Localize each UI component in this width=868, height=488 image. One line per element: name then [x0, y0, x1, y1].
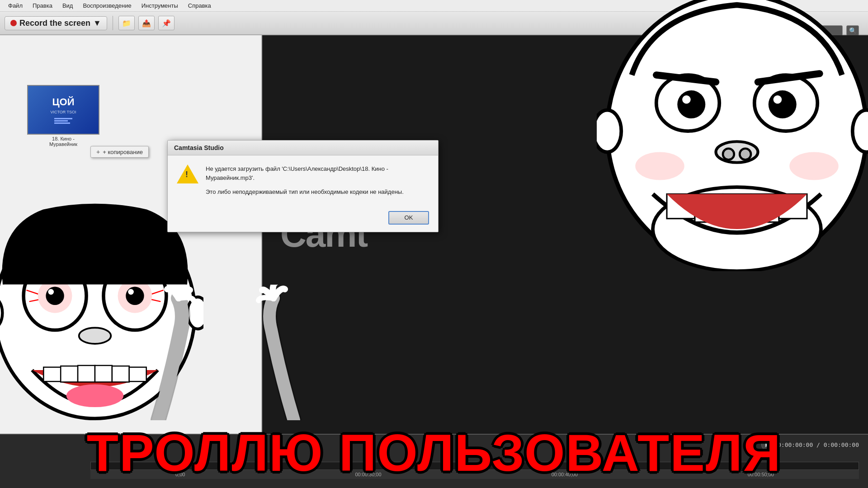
warning-exclamation: !	[185, 170, 188, 179]
big-text-label: ТРОЛЛЮ ПОЛЬЗОВАТЕЛЯ	[87, 424, 782, 482]
dialog-body: ! Не удается загрузить файл 'C:\Users\Ал…	[168, 155, 438, 206]
dialog-message2: Это либо неподдерживаемый тип или необхо…	[206, 188, 429, 197]
warning-icon: !	[177, 164, 198, 186]
big-text-area: ТРОЛЛЮ ПОЛЬЗОВАТЕЛЯ	[0, 427, 868, 479]
dialog-box: Camtasia Studio ! Не удается загрузить ф…	[167, 140, 439, 232]
dialog-text: Не удается загрузить файл 'C:\Users\Алек…	[206, 164, 429, 202]
dialog-message1: Не удается загрузить файл 'C:\Users\Алек…	[206, 164, 429, 182]
ok-button[interactable]: OK	[388, 211, 429, 225]
dialog-title: Camtasia Studio	[168, 141, 438, 155]
dialog-footer: OK	[168, 206, 438, 232]
dialog-overlay: Camtasia Studio ! Не удается загрузить ф…	[0, 0, 868, 488]
